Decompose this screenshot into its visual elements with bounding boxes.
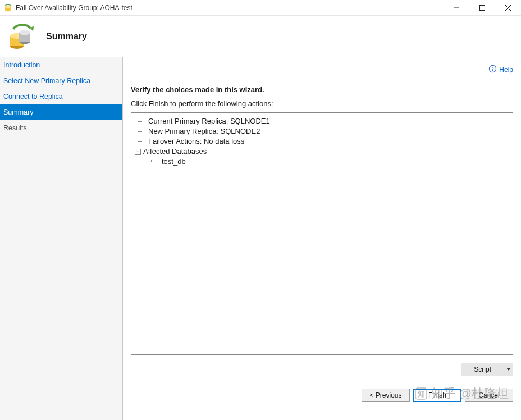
- help-link[interactable]: ? Help: [488, 65, 513, 75]
- tree-item-new-primary: New Primary Replica: SQLNODE2: [148, 126, 260, 136]
- page-title: Summary: [46, 31, 87, 42]
- tree-item-failover-actions: Failover Actions: No data loss: [148, 136, 244, 147]
- sidebar-item-select-new-primary-replica[interactable]: Select New Primary Replica: [0, 73, 122, 89]
- script-button-dropdown[interactable]: [504, 363, 513, 376]
- tree-item-current-primary: Current Primary Replica: SQLNODE1: [148, 116, 270, 126]
- tree-item-affected-databases: Affected Databases: [143, 147, 207, 157]
- cancel-button[interactable]: Cancel: [465, 389, 513, 402]
- tree-branch-icon: [148, 157, 162, 167]
- instruction-text: Click Finish to perform the following ac…: [131, 99, 513, 108]
- window-titlebar: Fail Over Availability Group: AOHA-test: [0, 0, 521, 16]
- tree-row: New Primary Replica: SQLNODE2: [135, 126, 509, 136]
- svg-text:?: ?: [492, 66, 494, 72]
- wizard-content: ? Help Verify the choices made in this w…: [123, 57, 521, 420]
- tree-row: test_db: [135, 157, 509, 167]
- window-title: Fail Over Availability Group: AOHA-test: [16, 4, 444, 12]
- script-split-button[interactable]: Script: [461, 363, 513, 376]
- wizard-header-icon: [6, 21, 36, 52]
- wizard-header: Summary: [0, 16, 521, 57]
- help-icon: ?: [488, 65, 497, 75]
- sidebar-item-results: Results: [0, 120, 122, 136]
- tree-row: Current Primary Replica: SQLNODE1: [135, 116, 509, 126]
- svg-point-2: [5, 5, 11, 7]
- previous-button[interactable]: < Previous: [362, 389, 410, 402]
- tree-branch-icon: [135, 126, 148, 136]
- close-button[interactable]: [495, 0, 521, 15]
- sidebar-item-connect-to-replica[interactable]: Connect to Replica: [0, 89, 122, 104]
- minimize-button[interactable]: [444, 0, 469, 15]
- help-row: ? Help: [131, 63, 513, 76]
- tree-branch-icon: [135, 136, 148, 147]
- tree-collapse-icon[interactable]: −: [135, 149, 141, 155]
- svg-point-12: [19, 30, 30, 34]
- tree-branch-icon: [135, 116, 148, 126]
- svg-rect-4: [480, 5, 485, 10]
- wizard-body: Introduction Select New Primary Replica …: [0, 57, 521, 420]
- verify-heading: Verify the choices made in this wizard.: [131, 85, 513, 94]
- maximize-button[interactable]: [469, 0, 495, 15]
- finish-button[interactable]: Finish: [413, 389, 461, 402]
- app-icon: [3, 3, 12, 12]
- tree-row: − Affected Databases: [135, 147, 509, 157]
- tree-row: Failover Actions: No data loss: [135, 136, 509, 147]
- tree-item-database: test_db: [162, 157, 186, 167]
- summary-tree[interactable]: Current Primary Replica: SQLNODE1 New Pr…: [131, 112, 513, 355]
- script-button-label[interactable]: Script: [461, 363, 504, 376]
- wizard-sidebar: Introduction Select New Primary Replica …: [0, 57, 123, 420]
- sidebar-item-summary[interactable]: Summary: [0, 104, 122, 120]
- sidebar-item-introduction[interactable]: Introduction: [0, 57, 122, 73]
- tree-spacer: [135, 157, 148, 167]
- script-row: Script: [131, 363, 513, 376]
- window-controls: [444, 0, 521, 15]
- wizard-button-row: < Previous Finish Cancel: [131, 389, 513, 402]
- help-label: Help: [499, 66, 513, 74]
